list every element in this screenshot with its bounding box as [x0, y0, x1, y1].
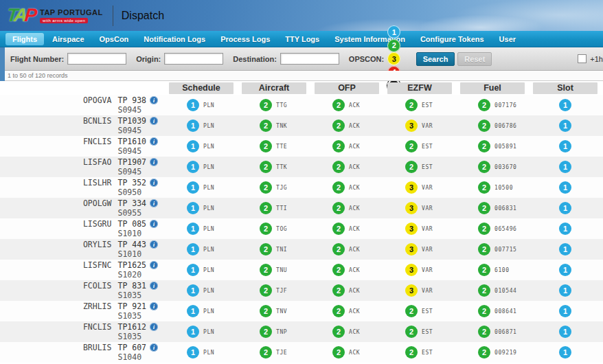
table-row[interactable]: LISGRUTP 085 i S1010 1PLN 2TOG 2ACK 3VAR… [0, 218, 603, 239]
schedule-status-label: PLN [203, 267, 214, 273]
ezfw-status-circle: 3 [405, 223, 418, 235]
plus1h-label: +1h [590, 55, 603, 63]
info-icon[interactable]: i [150, 158, 158, 166]
opscon-level-2-circle[interactable]: 2 [387, 39, 400, 52]
info-icon[interactable]: i [150, 282, 158, 290]
slot-status-circle: 1 [559, 243, 571, 255]
ofp-status-circle: 2 [332, 284, 345, 297]
fuel-cell: 26100 [456, 260, 529, 280]
ofp-status-circle: 2 [332, 223, 345, 235]
origin-input[interactable] [164, 53, 223, 65]
opscon-level-1-circle[interactable]: 1 [387, 25, 400, 38]
nav-item-process-logs[interactable]: Process Logs [214, 33, 277, 45]
slot-status-badge: 1 [559, 140, 571, 152]
info-icon[interactable]: i [150, 240, 158, 249]
fuel-status-label: 010544 [494, 288, 517, 294]
schedule-cell: 1PLN [165, 260, 238, 280]
flight-route: FNCLIS [83, 137, 112, 146]
info-icon[interactable]: i [150, 220, 158, 228]
ofp-status-badge: 2ACK [332, 120, 360, 132]
schedule-status-circle: 1 [187, 223, 199, 235]
info-icon[interactable]: i [150, 137, 158, 146]
nav-item-user[interactable]: User [492, 33, 523, 45]
slot-status-circle: 1 [559, 223, 571, 235]
plus1h-checkbox[interactable] [578, 54, 587, 63]
slot-status-circle: 1 [559, 346, 571, 359]
table-row[interactable]: FNCLISTP1612 i S1035 1PLN 2TNP 2ACK 2EST… [0, 321, 603, 342]
aircraft-cell: 2TOG [238, 218, 310, 239]
aircraft-status-label: TNP [276, 329, 287, 335]
fuel-status-label: 006786 [494, 123, 517, 129]
flight-route: LISLHR [83, 178, 112, 187]
table-row[interactable]: LISLHRTP 352 i S0950 1PLN 2TJG 2ACK 3VAR… [0, 177, 603, 198]
ezfw-status-label: VAR [422, 185, 433, 191]
fuel-cell: 2007715 [456, 239, 529, 260]
info-icon[interactable]: i [150, 302, 158, 310]
table-row[interactable]: ORYLISTP 443 i S1010 1PLN 2TNI 2ACK 3VAR… [0, 239, 603, 260]
nav-item-configure-tokens[interactable]: Configure Tokens [413, 33, 491, 45]
aircraft-status-badge: 2TOG [260, 223, 287, 235]
nav-item-notification-logs[interactable]: Notification Logs [137, 33, 212, 45]
table-row[interactable]: FCOLISTP 831 i S1035 1PLN 2TJF 2ACK 3VAR… [0, 280, 603, 301]
ofp-status-label: ACK [349, 350, 360, 356]
flight-number-label: Flight Number: [10, 55, 64, 63]
fuel-status-badge: 2005891 [478, 140, 517, 152]
ezfw-status-badge: 2EST [405, 99, 433, 111]
table-row[interactable]: BRULISTP 607 i S1040 1PLN 2TJE 2ACK 2EST… [0, 342, 603, 363]
schedule-cell: 1PLN [165, 115, 238, 136]
aircraft-status-circle: 2 [260, 140, 272, 152]
slot-status-badge: 1 [559, 99, 571, 111]
nav-item-airspace[interactable]: Airspace [45, 33, 91, 45]
info-icon[interactable]: i [150, 117, 158, 125]
tap-logo: TAP [7, 6, 34, 25]
ofp-status-circle: 2 [332, 243, 345, 255]
ofp-status-circle: 2 [332, 305, 345, 317]
flight-cell: OPOLGWTP 334 i S0955 [0, 198, 165, 218]
header-divider [113, 5, 113, 26]
flight-cell: ORYLISTP 443 i S1010 [0, 239, 165, 260]
table-row[interactable]: BCNLISTP1039 i S0945 1PLN 2TNK 2ACK 3VAR… [0, 115, 603, 136]
ofp-cell: 2ACK [310, 280, 383, 301]
aircraft-cell: 2TJF [238, 280, 310, 301]
slot-status-badge: 1 [559, 120, 571, 132]
flight-cell: LISGRUTP 085 i S1010 [0, 218, 165, 239]
slot-cell: 1 [529, 239, 602, 260]
table-row[interactable]: OPOGVATP 938 i S0945 1PLN 2TTG 2ACK 2EST… [0, 95, 603, 115]
info-icon[interactable]: i [150, 199, 158, 207]
flight-schedule-code: S0945 [117, 167, 158, 177]
table-row[interactable]: LISFAOTP1907 i S0945 1PLN 2TTK 2ACK 2EST… [0, 157, 603, 177]
info-icon[interactable]: i [150, 343, 158, 352]
table-row[interactable]: LISFNCTP1625 i S1020 1PLN 2TNU 2ACK 3VAR… [0, 260, 603, 280]
nav-item-opscon[interactable]: OpsCon [93, 33, 136, 45]
aircraft-status-circle: 2 [260, 346, 272, 359]
info-icon[interactable]: i [150, 96, 158, 104]
reset-button[interactable]: Reset [457, 52, 492, 66]
info-icon[interactable]: i [150, 179, 158, 187]
fuel-status-circle: 2 [478, 346, 490, 359]
flight-number-input[interactable] [67, 53, 126, 65]
schedule-status-circle: 1 [187, 326, 199, 338]
ofp-status-badge: 2ACK [332, 223, 360, 235]
table-row[interactable]: ZRHLISTP 921 i S1035 1PLN 2TNV 2ACK 2EST… [0, 301, 603, 321]
fuel-status-badge: 2010544 [478, 284, 517, 297]
aircraft-status-badge: 2TNU [260, 264, 287, 276]
info-icon[interactable]: i [150, 261, 158, 269]
ezfw-status-badge: 2EST [405, 346, 433, 359]
ezfw-status-circle: 3 [405, 120, 418, 132]
flight-route: LISFNC [83, 260, 112, 270]
opscon-level-3-circle[interactable]: 3 [387, 52, 400, 65]
nav-item-flights[interactable]: Flights [5, 33, 44, 45]
table-row[interactable]: OPOLGWTP 334 i S0955 1PLN 2TTI 2ACK 3VAR… [0, 198, 603, 218]
info-icon[interactable]: i [150, 323, 158, 331]
tap-logo-letters: TAP [6, 6, 36, 25]
fuel-status-badge: 2006871 [478, 326, 517, 338]
ezfw-status-badge: 3VAR [405, 223, 433, 235]
search-button[interactable]: Search [416, 52, 455, 66]
aircraft-status-badge: 2TNV [260, 305, 287, 317]
nav-item-tty-logs[interactable]: TTY Logs [278, 33, 326, 45]
schedule-status-label: PLN [203, 205, 214, 212]
table-row[interactable]: FNCLISTP1610 i S0945 1PLN 2TTE 2ACK 2EST… [0, 136, 603, 157]
aircraft-status-label: TTG [276, 102, 287, 109]
ofp-status-label: ACK [349, 329, 360, 335]
destination-input[interactable] [280, 53, 339, 65]
